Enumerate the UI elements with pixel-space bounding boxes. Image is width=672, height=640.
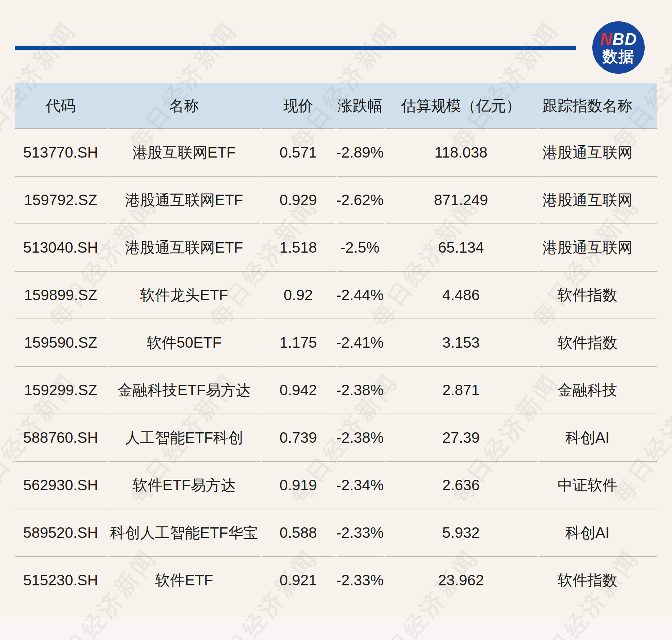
cell-change: -2.62%	[337, 177, 385, 224]
cell-name: 港股互联网ETF	[109, 129, 262, 177]
footer-band	[0, 617, 672, 640]
table-row: 159590.SZ软件50ETF1.175-2.41%3.153软件指数	[15, 319, 657, 367]
cell-price: 1.175	[262, 319, 337, 367]
cell-name: 软件50ETF	[109, 319, 262, 367]
cell-code: 159792.SZ	[15, 177, 109, 224]
cell-name: 软件龙头ETF	[109, 272, 262, 319]
header-name: 名称	[109, 83, 262, 129]
cell-index: 金融科技	[539, 367, 657, 414]
table-row: 513770.SH港股互联网ETF0.571-2.89%118.038港股通互联…	[15, 129, 657, 177]
cell-scale: 27.39	[385, 414, 539, 462]
cell-change: -2.5%	[337, 224, 385, 272]
cell-code: 159590.SZ	[15, 319, 109, 367]
cell-scale: 3.153	[385, 319, 539, 367]
infographic-page: NBD 数据 代码 名称 现价 涨跌幅 估算规模（亿元） 跟踪指数名称 5137…	[0, 0, 672, 640]
cell-index: 科创AI	[539, 509, 657, 557]
cell-code: 513040.SH	[15, 224, 109, 272]
cell-scale: 65.134	[385, 224, 539, 272]
cell-index: 软件指数	[539, 319, 657, 367]
logo-letters-bd: BD	[613, 30, 637, 48]
cell-name: 人工智能ETF科创	[109, 414, 262, 462]
cell-name: 港股通互联网ETF	[109, 177, 262, 224]
cell-scale: 118.038	[385, 129, 539, 177]
cell-index: 软件指数	[539, 557, 657, 604]
top-rule	[15, 46, 576, 50]
cell-price: 0.571	[262, 129, 337, 177]
cell-name: 软件ETF	[109, 557, 262, 604]
cell-price: 0.921	[262, 557, 337, 604]
table-row: 588760.SH人工智能ETF科创0.739-2.38%27.39科创AI	[15, 414, 657, 462]
cell-name: 软件ETF易方达	[109, 462, 262, 509]
table-row: 159792.SZ港股通互联网ETF0.929-2.62%871.249港股通互…	[15, 177, 657, 224]
cell-index: 中证软件	[539, 462, 657, 509]
cell-change: -2.44%	[337, 272, 385, 319]
cell-change: -2.34%	[337, 462, 385, 509]
cell-index: 港股通互联网	[539, 177, 657, 224]
table-row: 562930.SH软件ETF易方达0.919-2.34%2.636中证软件	[15, 462, 657, 509]
header-code: 代码	[15, 83, 109, 129]
cell-scale: 2.871	[385, 367, 539, 414]
cell-code: 513770.SH	[15, 129, 109, 177]
cell-code: 159899.SZ	[15, 272, 109, 319]
cell-price: 0.942	[262, 367, 337, 414]
cell-price: 0.739	[262, 414, 337, 462]
table-header-row: 代码 名称 现价 涨跌幅 估算规模（亿元） 跟踪指数名称	[15, 83, 657, 129]
cell-code: 588760.SH	[15, 414, 109, 462]
cell-price: 0.919	[262, 462, 337, 509]
logo-text-nbd: NBD	[600, 31, 637, 48]
logo-text-data: 数据	[602, 49, 635, 64]
cell-scale: 2.636	[385, 462, 539, 509]
cell-index: 港股通互联网	[539, 224, 657, 272]
cell-change: -2.33%	[337, 509, 385, 557]
table-row: 159299.SZ金融科技ETF易方达0.942-2.38%2.871金融科技	[15, 367, 657, 414]
cell-price: 0.588	[262, 509, 337, 557]
cell-index: 港股通互联网	[539, 129, 657, 177]
header-change: 涨跌幅	[337, 83, 385, 129]
cell-scale: 5.932	[385, 509, 539, 557]
cell-change: -2.41%	[337, 319, 385, 367]
etf-table: 代码 名称 现价 涨跌幅 估算规模（亿元） 跟踪指数名称 513770.SH港股…	[15, 83, 657, 604]
cell-code: 159299.SZ	[15, 367, 109, 414]
cell-index: 科创AI	[539, 414, 657, 462]
cell-code: 589520.SH	[15, 509, 109, 557]
header-price: 现价	[262, 83, 337, 129]
cell-change: -2.33%	[337, 557, 385, 604]
cell-name: 科创人工智能ETF华宝	[109, 509, 262, 557]
header-index: 跟踪指数名称	[539, 83, 657, 129]
logo-letter-n: N	[600, 30, 613, 48]
cell-index: 软件指数	[539, 272, 657, 319]
cell-scale: 4.486	[385, 272, 539, 319]
cell-change: -2.38%	[337, 414, 385, 462]
cell-code: 562930.SH	[15, 462, 109, 509]
cell-scale: 23.962	[385, 557, 539, 604]
cell-name: 金融科技ETF易方达	[109, 367, 262, 414]
header-scale: 估算规模（亿元）	[385, 83, 539, 129]
table-row: 515230.SH软件ETF0.921-2.33%23.962软件指数	[15, 557, 657, 604]
cell-price: 0.929	[262, 177, 337, 224]
table-row: 159899.SZ软件龙头ETF0.92-2.44%4.486软件指数	[15, 272, 657, 319]
cell-price: 0.92	[262, 272, 337, 319]
cell-change: -2.89%	[337, 129, 385, 177]
table-row: 589520.SH科创人工智能ETF华宝0.588-2.33%5.932科创AI	[15, 509, 657, 557]
table-body: 513770.SH港股互联网ETF0.571-2.89%118.038港股通互联…	[15, 129, 657, 604]
cell-change: -2.38%	[337, 367, 385, 414]
cell-name: 港股通互联网ETF	[109, 224, 262, 272]
table-row: 513040.SH港股通互联网ETF1.518-2.5%65.134港股通互联网	[15, 224, 657, 272]
cell-scale: 871.249	[385, 177, 539, 224]
cell-price: 1.518	[262, 224, 337, 272]
cell-code: 515230.SH	[15, 557, 109, 604]
nbd-logo: NBD 数据	[592, 21, 645, 74]
